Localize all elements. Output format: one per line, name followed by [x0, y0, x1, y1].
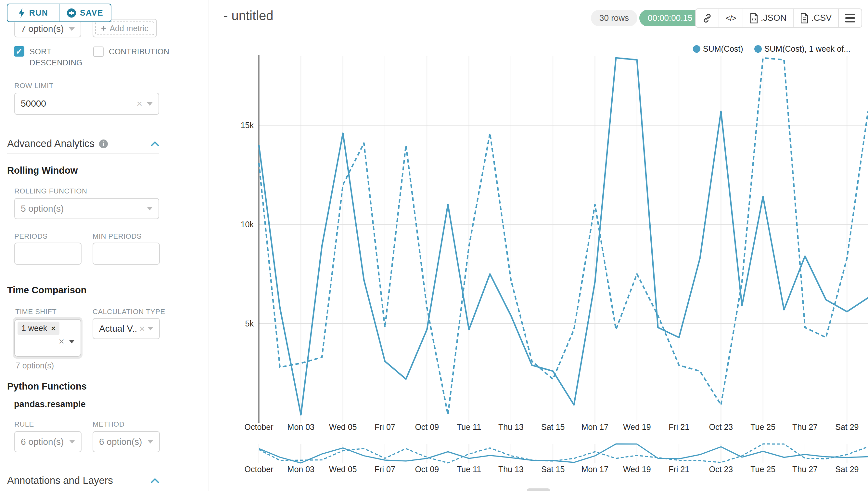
svg-text:Wed 19: Wed 19 [623, 465, 651, 474]
time-comparison-title: Time Comparison [7, 285, 86, 295]
chevron-down-icon [69, 440, 75, 443]
svg-text:15k: 15k [241, 121, 254, 130]
row-limit-value: 50000 [21, 98, 132, 109]
contribution-checkbox[interactable] [93, 47, 104, 57]
info-icon: i [99, 140, 108, 148]
clear-icon[interactable]: × [59, 337, 64, 346]
time-shift-tag: 1 week × [18, 322, 59, 335]
method-value: 6 option(s) [99, 437, 143, 447]
row-limit-select[interactable]: 50000 × [14, 93, 159, 115]
svg-text:Tue 11: Tue 11 [457, 465, 481, 474]
chart-panel: - untitled 30 rows 00:00:00.15 </> .JSON… [210, 0, 868, 491]
row-limit-label: ROW LIMIT [14, 82, 54, 90]
svg-text:Tue 11: Tue 11 [457, 423, 481, 432]
svg-text:Fri 07: Fri 07 [375, 423, 395, 432]
svg-text:Mon 03: Mon 03 [287, 465, 314, 474]
chevron-down-icon [147, 102, 153, 106]
add-metric-label: Add metric [110, 24, 148, 33]
rule-select[interactable]: 6 option(s) [14, 431, 82, 452]
plus-icon: + [101, 23, 106, 33]
time-shift-label: TIME SHIFT [15, 308, 57, 316]
resize-handle[interactable] [527, 488, 550, 491]
periods-label: PERIODS [14, 232, 48, 241]
run-save-button-group: RUN SAVE [7, 4, 112, 22]
svg-text:Fri 21: Fri 21 [669, 423, 689, 432]
svg-text:Sat 29: Sat 29 [835, 423, 859, 432]
pandas-resample-label: pandas.resample [14, 399, 86, 409]
svg-text:Thu 13: Thu 13 [498, 423, 524, 432]
clear-icon[interactable]: × [136, 99, 142, 109]
remove-tag-icon[interactable]: × [51, 324, 56, 333]
series-limit-value: 7 option(s) [21, 24, 64, 34]
sort-descending-checkbox[interactable]: ✓ [14, 46, 24, 57]
advanced-analytics-header[interactable]: Advanced Analytics i [7, 138, 159, 150]
calculation-type-value: Actual V... [99, 323, 137, 334]
svg-text:Wed 19: Wed 19 [623, 423, 651, 432]
svg-text:Thu 27: Thu 27 [792, 423, 818, 432]
chevron-down-icon [69, 340, 75, 343]
svg-text:Thu 13: Thu 13 [498, 465, 524, 474]
svg-text:Wed 05: Wed 05 [329, 423, 357, 432]
svg-text:Mon 17: Mon 17 [582, 465, 609, 474]
rolling-function-value: 5 option(s) [21, 204, 142, 214]
contribution-label: CONTRIBUTION [109, 46, 169, 57]
contribution-control: CONTRIBUTION [93, 46, 169, 57]
svg-text:Thu 27: Thu 27 [792, 465, 818, 474]
chevron-down-icon [148, 440, 153, 443]
time-shift-tag-label: 1 week [22, 323, 47, 333]
rolling-window-title: Rolling Window [7, 165, 78, 176]
svg-text:Sat 29: Sat 29 [835, 465, 859, 474]
chevron-up-icon[interactable] [151, 141, 159, 146]
svg-text:October: October [245, 423, 274, 432]
chevron-up-icon[interactable] [151, 478, 159, 483]
svg-text:5k: 5k [245, 319, 254, 328]
svg-text:Fri 21: Fri 21 [669, 465, 689, 474]
run-button[interactable]: RUN [7, 4, 59, 22]
calculation-type-label: CALCULATION TYPE [93, 308, 165, 316]
svg-text:Mon 17: Mon 17 [582, 423, 609, 432]
chevron-down-icon [147, 207, 153, 210]
sort-descending-label: SORT DESCENDING [30, 46, 82, 68]
svg-text:October: October [245, 465, 274, 474]
lightning-icon [18, 8, 25, 18]
time-shift-caption: 7 option(s) [16, 361, 54, 370]
rolling-function-select[interactable]: 5 option(s) [14, 198, 159, 219]
method-select[interactable]: 6 option(s) [93, 431, 160, 452]
sort-descending-control: ✓ SORT DESCENDING [14, 46, 89, 68]
min-periods-label: MIN PERIODS [93, 232, 142, 241]
timeseries-line-chart[interactable]: 5k10k15kOctoberOctoberMon 03Mon 03Wed 05… [210, 0, 868, 491]
svg-text:Wed 05: Wed 05 [329, 465, 357, 474]
svg-text:10k: 10k [241, 220, 254, 229]
min-periods-input[interactable] [93, 242, 160, 265]
add-metric-button[interactable]: + Add metric [95, 22, 154, 35]
calculation-type-select[interactable]: Actual V... × [93, 318, 160, 339]
periods-input[interactable] [14, 242, 82, 265]
svg-text:Sat 15: Sat 15 [541, 465, 565, 474]
svg-text:Fri 07: Fri 07 [375, 465, 395, 474]
series-limit-select[interactable]: 7 option(s) [14, 21, 81, 37]
chevron-down-icon [148, 327, 153, 330]
method-label: METHOD [93, 420, 124, 429]
svg-text:Tue 25: Tue 25 [750, 423, 775, 432]
clear-icon[interactable]: × [139, 324, 145, 334]
save-button[interactable]: SAVE [59, 4, 111, 22]
svg-text:Tue 25: Tue 25 [750, 465, 775, 474]
chevron-down-icon [69, 27, 75, 31]
plus-circle-icon [67, 8, 76, 18]
run-button-label: RUN [29, 8, 49, 18]
svg-text:Oct 09: Oct 09 [415, 423, 439, 432]
rule-value: 6 option(s) [21, 437, 65, 447]
annotations-header[interactable]: Annotations and Layers [7, 475, 159, 487]
time-shift-multiselect[interactable]: 1 week × × [14, 319, 81, 357]
python-functions-title: Python Functions [7, 381, 87, 392]
svg-text:Sat 15: Sat 15 [541, 423, 565, 432]
rolling-function-label: ROLLING FUNCTION [14, 187, 87, 196]
svg-text:Oct 23: Oct 23 [709, 423, 733, 432]
svg-text:Mon 03: Mon 03 [287, 423, 314, 432]
annotations-title: Annotations and Layers [7, 475, 113, 487]
advanced-analytics-title: Advanced Analytics [7, 138, 95, 150]
control-sidebar: RUN SAVE 7 option(s) + Add metric ✓ SORT… [0, 0, 209, 491]
section-divider [7, 153, 159, 154]
rule-label: RULE [14, 420, 34, 429]
save-button-label: SAVE [80, 8, 103, 18]
